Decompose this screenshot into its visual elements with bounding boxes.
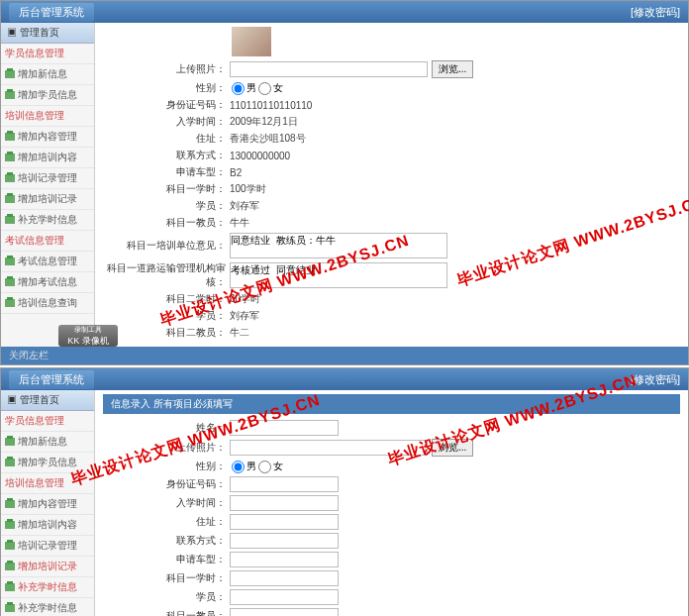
folder-icon <box>5 70 15 78</box>
folder-icon <box>5 583 15 591</box>
sidebar-group-0[interactable]: 学员信息管理 <box>1 411 94 432</box>
folder-icon <box>5 438 15 446</box>
app-title: 后台管理系统 <box>9 370 94 389</box>
gender-male-radio[interactable] <box>232 461 245 473</box>
s1au-label: 科目一道路运输管理机构审核： <box>103 261 230 289</box>
folder-icon <box>5 278 15 286</box>
addr-value: 香港尖沙咀108号 <box>230 132 306 146</box>
contact-label: 联系方式： <box>103 534 230 548</box>
contact-label: 联系方式： <box>103 149 230 162</box>
folder-icon <box>5 299 15 307</box>
sidebar-item[interactable]: 补充学时信息 <box>1 598 94 616</box>
stu-input[interactable] <box>230 589 339 605</box>
id-label: 身份证号码： <box>103 98 230 112</box>
sidebar-item[interactable]: 培训信息查询 <box>1 293 94 314</box>
sidebar-item[interactable]: 增加培训记录 <box>1 189 94 210</box>
upload-label: 上传照片： <box>103 62 230 76</box>
folder-icon <box>5 133 15 141</box>
header-bar: 后台管理系统 [修改密码] <box>1 1 688 23</box>
gender-female-radio[interactable] <box>258 82 271 95</box>
addr-label: 住址： <box>103 515 230 529</box>
upload-input[interactable] <box>230 440 428 456</box>
enroll-label: 入学时间： <box>103 115 230 129</box>
panel-bottom: 后台管理系统 [修改密码] ▣ 管理首页 学员信息管理 增加新信息 增加学员信息… <box>0 367 689 616</box>
folder-icon <box>5 257 15 265</box>
s1h-value: 100学时 <box>230 182 266 196</box>
sidebar-item[interactable]: 增加学员信息 <box>1 453 94 473</box>
name-label: 姓名： <box>103 421 230 435</box>
sidebar-item[interactable]: 培训记录管理 <box>1 168 94 189</box>
enroll-value: 2009年12月1日 <box>230 115 298 129</box>
browse-button[interactable]: 浏览... <box>432 60 473 78</box>
sidebar-group-2[interactable]: 考试信息管理 <box>1 231 94 252</box>
app-title: 后台管理系统 <box>9 3 94 22</box>
id-value: 110110110110110 <box>230 100 312 111</box>
change-password-link[interactable]: [修改密码] <box>631 372 680 387</box>
form-view: 上传照片：浏览... 性别：男女 身份证号码：110110110110110 入… <box>95 23 688 347</box>
gender-male-radio[interactable] <box>232 82 245 95</box>
s2h-value: 60学时 <box>230 292 260 306</box>
folder-icon <box>5 604 15 612</box>
enroll-label: 入学时间： <box>103 496 230 510</box>
s1t-label: 科目一教员： <box>103 609 230 616</box>
folder-icon <box>5 174 15 182</box>
upload-input[interactable] <box>230 61 428 77</box>
s2t-value: 牛二 <box>230 326 249 340</box>
s1t-input[interactable] <box>230 608 339 616</box>
sidebar: ▣ 管理首页 学员信息管理 增加新信息 增加学员信息 培训信息管理 增加内容管理… <box>1 23 95 347</box>
folder-icon <box>5 563 15 570</box>
car-value: B2 <box>230 167 242 178</box>
browse-button[interactable]: 浏览... <box>432 439 473 457</box>
contact-value: 13000000000 <box>230 151 290 161</box>
sidebar-group-1[interactable]: 培训信息管理 <box>1 473 94 494</box>
sidebar-item[interactable]: 增加内容管理 <box>1 127 94 148</box>
s1h-input[interactable] <box>230 570 339 586</box>
folder-icon <box>5 195 15 203</box>
enroll-input[interactable] <box>230 495 339 511</box>
sidebar-item[interactable]: 补充学时信息 <box>1 577 94 598</box>
sidebar-header[interactable]: ▣ 管理首页 <box>1 390 94 411</box>
gender-female-radio[interactable] <box>258 461 271 473</box>
student-photo <box>232 27 271 56</box>
folder-icon <box>5 521 15 529</box>
addr-input[interactable] <box>230 514 339 530</box>
sidebar-item[interactable]: 考试信息管理 <box>1 252 94 272</box>
folder-icon <box>5 542 15 550</box>
sidebar-item[interactable]: 增加培训内容 <box>1 515 94 536</box>
sidebar-item[interactable]: 增加新信息 <box>1 64 94 85</box>
s1op-textarea[interactable] <box>230 233 447 258</box>
s1op-label: 科目一培训单位意见： <box>103 239 230 253</box>
sidebar-group-0[interactable]: 学员信息管理 <box>1 44 94 64</box>
s1au-textarea[interactable] <box>230 262 447 288</box>
sidebar-item[interactable]: 增加培训记录 <box>1 557 94 577</box>
car-label: 申请车型： <box>103 553 230 566</box>
stu-value: 刘存军 <box>230 199 259 213</box>
contact-input[interactable] <box>230 533 339 549</box>
sidebar-header[interactable]: ▣ 管理首页 <box>1 23 94 44</box>
sidebar-item[interactable]: 增加学员信息 <box>1 85 94 106</box>
sidebar-item[interactable]: 增加新信息 <box>1 432 94 453</box>
car-input[interactable] <box>230 552 339 567</box>
sidebar-item[interactable]: 增加培训内容 <box>1 148 94 168</box>
sidebar-group-1[interactable]: 培训信息管理 <box>1 106 94 127</box>
form-bar: 信息录入 所有项目必须填写 <box>103 394 680 414</box>
sidebar: ▣ 管理首页 学员信息管理 增加新信息 增加学员信息 培训信息管理 增加内容管理… <box>1 390 95 616</box>
id-label: 身份证号码： <box>103 477 230 491</box>
car-label: 申请车型： <box>103 165 230 179</box>
sidebar-item[interactable]: 增加内容管理 <box>1 494 94 515</box>
s1t-value: 牛牛 <box>230 216 249 230</box>
folder-icon <box>5 459 15 466</box>
folder-icon <box>5 216 15 224</box>
id-input[interactable] <box>230 476 339 492</box>
panel-top: 后台管理系统 [修改密码] ▣ 管理首页 学员信息管理 增加新信息 增加学员信息… <box>0 0 689 365</box>
s1t-label: 科目一教员： <box>103 216 230 230</box>
name-input[interactable] <box>230 420 339 436</box>
footer-bar[interactable]: 关闭左栏 <box>1 347 688 364</box>
s2t-label: 科目二教员： <box>103 326 230 340</box>
upload-label: 上传照片： <box>103 441 230 455</box>
sidebar-item[interactable]: 培训记录管理 <box>1 536 94 557</box>
sidebar-item[interactable]: 增加考试信息 <box>1 272 94 293</box>
change-password-link[interactable]: [修改密码] <box>631 5 680 20</box>
stu-label: 学员： <box>103 199 230 213</box>
sidebar-item[interactable]: 补充学时信息 <box>1 210 94 231</box>
